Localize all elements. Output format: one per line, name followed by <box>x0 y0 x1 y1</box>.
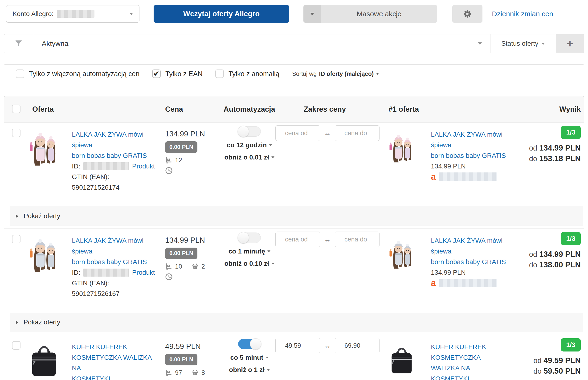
cart-icon <box>165 369 172 376</box>
bulk-actions-button[interactable]: Masowe akcje <box>303 5 437 23</box>
basket-count: 8 <box>201 369 205 377</box>
rank-badge: 1/3 <box>561 338 581 351</box>
chevron-down-icon <box>267 250 270 252</box>
commission-badge: 0.00 PLN <box>165 354 197 365</box>
top-offer-image[interactable] <box>388 343 415 379</box>
top-offer-title-link[interactable]: LALKA JAK ŻYWA mówi śpiewa born bobas ba… <box>431 129 506 161</box>
product-image[interactable] <box>29 237 60 274</box>
row-checkbox[interactable]: ✔ <box>12 129 20 137</box>
column-header-offer: Oferta <box>29 105 163 114</box>
check-icon: ✔ <box>153 70 159 77</box>
interval-dropdown[interactable]: co 1 minutę <box>228 247 271 255</box>
top-offer-image[interactable] <box>388 131 415 166</box>
sort-value-label: ID oferty (malejąco) <box>319 70 374 77</box>
seller-name-redacted <box>439 279 497 287</box>
basket-icon <box>191 263 199 270</box>
toggle-knob <box>238 232 249 243</box>
result-price-to: 59.50 PLN <box>544 367 581 375</box>
automation-toggle[interactable] <box>238 126 261 137</box>
anomaly-filter-label: Tylko z anomalią <box>228 70 279 78</box>
product-link[interactable]: Produkt <box>132 269 155 276</box>
offer-gtin: GTIN (EAN): 5901271526167 <box>72 278 159 299</box>
bulk-actions-dropdown-toggle[interactable] <box>303 5 321 23</box>
account-select-label: Konto Allegro: <box>13 10 54 18</box>
result-price-to: 138.00 PLN <box>539 260 581 269</box>
interval-dropdown[interactable]: co 12 godzin <box>227 141 272 149</box>
product-section: ✔ LALKA JAK ŻYWA mówi śpiewa born bobas … <box>4 229 584 335</box>
triangle-right-icon <box>16 214 18 218</box>
product-section: ✔ KUFER KUFEREK KOSMETYCZKA WALIZKA NA K… <box>4 335 584 380</box>
allegro-account-select[interactable]: Konto Allegro: <box>6 5 139 23</box>
price-action-dropdown[interactable]: obniż o 0.10 zł <box>225 260 275 267</box>
bulk-actions-label: Masowe akcje <box>321 5 437 23</box>
column-header-result: Wynik <box>511 105 584 114</box>
top-offer-image[interactable] <box>388 237 415 273</box>
sort-prefix-label: Sortuj wg <box>292 70 317 77</box>
top-offer-title-link[interactable]: KUFER KUFEREK KOSMETYCZKA WALIZKA NA KOS… <box>431 342 506 380</box>
chevron-down-icon <box>376 73 379 75</box>
result-price-to: 153.18 PLN <box>539 154 581 163</box>
column-header-price-range: Zakres ceny <box>275 105 388 114</box>
price-from-input[interactable] <box>275 125 320 141</box>
automation-toggle[interactable] <box>238 339 261 349</box>
table-row: ✔ KUFER KUFEREK KOSMETYCZKA WALIZKA NA K… <box>4 335 584 380</box>
chevron-down-icon <box>478 42 482 45</box>
top-offer-title-link[interactable]: LALKA JAK ŻYWA mówi śpiewa born bobas ba… <box>431 235 506 267</box>
settings-button[interactable] <box>452 5 482 23</box>
offer-id-label: ID: <box>72 163 80 170</box>
price-action-dropdown[interactable]: obniż o 1 zł <box>229 366 270 374</box>
price-to-input[interactable] <box>335 232 379 247</box>
result-price-from: 49.59 PLN <box>544 356 581 365</box>
options-bar: ✔ Tylko z włączoną automatyzacją cen ✔ T… <box>4 64 584 83</box>
automation-filter-label: Tylko z włączoną automatyzacją cen <box>29 70 139 78</box>
offer-status-select[interactable]: Status oferty <box>490 34 556 53</box>
ean-filter-label: Tylko z EAN <box>165 70 203 78</box>
anomaly-filter-checkbox[interactable]: ✔ <box>215 70 224 78</box>
product-image[interactable] <box>29 343 60 380</box>
funnel-icon <box>14 39 23 48</box>
commission-badge: 0.00 PLN <box>165 141 197 153</box>
result-price-from: 134.99 PLN <box>539 143 581 152</box>
active-filter-select[interactable]: Aktywna <box>33 34 490 53</box>
add-filter-button[interactable]: + <box>556 34 584 53</box>
top-toolbar: Konto Allegro: Wczytaj oferty Allegro Ma… <box>6 5 584 23</box>
load-offers-button[interactable]: Wczytaj oferty Allegro <box>153 5 289 23</box>
table-row: ✔ LALKA JAK ŻYWA mówi śpiewa born bobas … <box>4 229 584 310</box>
ean-filter-checkbox[interactable]: ✔ <box>152 70 161 78</box>
interval-dropdown[interactable]: co 5 minut <box>230 354 268 361</box>
price-action-dropdown[interactable]: obniż o 0.01 zł <box>225 153 275 161</box>
offer-title-link[interactable]: KUFER KUFEREK KOSMETYCZKA WALIZKA NA KOS… <box>72 342 159 380</box>
chevron-down-icon <box>542 43 545 45</box>
price-from-input[interactable] <box>275 232 320 247</box>
price-change-log-link[interactable]: Dziennik zmian cen <box>492 10 553 18</box>
column-header-automation: Automatyzacja <box>219 105 275 114</box>
chevron-down-icon <box>269 144 272 146</box>
chevron-down-icon <box>267 369 270 371</box>
sold-count: 12 <box>175 157 182 164</box>
automation-filter-checkbox[interactable]: ✔ <box>16 70 24 78</box>
result-price-from: 134.99 PLN <box>539 250 581 258</box>
filter-automation-option: ✔ Tylko z włączoną automatyzacją cen <box>16 70 139 78</box>
active-filter-value: Aktywna <box>42 39 68 48</box>
expand-offers-row[interactable]: Pokaż oferty <box>10 313 583 332</box>
price-to-input[interactable] <box>335 125 379 141</box>
product-link[interactable]: Produkt <box>132 163 155 170</box>
chevron-down-icon <box>129 13 133 15</box>
cart-icon <box>165 157 172 164</box>
offer-title-link[interactable]: LALKA JAK ŻYWA mówi śpiewa born bobas ba… <box>72 129 159 161</box>
expand-offers-row[interactable]: Pokaż oferty <box>10 206 583 226</box>
range-arrow-icon: ↔ <box>324 342 331 353</box>
price-from-input[interactable] <box>275 338 320 353</box>
row-checkbox[interactable]: ✔ <box>12 341 20 350</box>
price-to-input[interactable] <box>335 338 379 353</box>
product-image[interactable] <box>29 131 60 168</box>
automation-toggle[interactable] <box>238 232 261 243</box>
sort-control[interactable]: Sortuj wg ID oferty (malejąco) <box>292 70 379 77</box>
toggle-knob <box>250 338 261 350</box>
filter-icon-cell[interactable] <box>4 34 33 53</box>
offer-title-link[interactable]: LALKA JAK ŻYWA mówi śpiewa born bobas ba… <box>72 235 159 267</box>
select-all-checkbox[interactable]: ✔ <box>12 105 20 113</box>
row-checkbox[interactable]: ✔ <box>12 235 20 243</box>
offer-price: 49.59 PLN <box>165 342 219 351</box>
range-arrow-icon: ↔ <box>324 129 331 141</box>
